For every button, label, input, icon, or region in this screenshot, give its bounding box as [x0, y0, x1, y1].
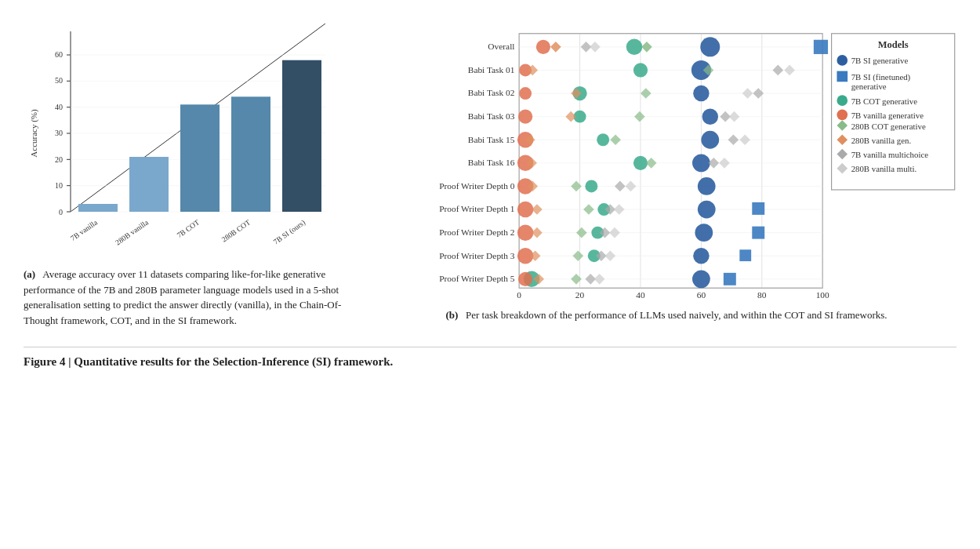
figure-a: 0 10 20 30 40 50: [24, 16, 353, 328]
svg-point-119: [698, 177, 716, 195]
svg-text:Babi Task 15: Babi Task 15: [468, 135, 515, 144]
svg-rect-77: [814, 40, 828, 54]
svg-marker-94: [565, 111, 576, 122]
svg-rect-151: [724, 273, 736, 285]
svg-point-150: [692, 270, 710, 288]
svg-marker-112: [719, 158, 730, 169]
figure-a-caption: (a) Average accuracy over 11 datasets co…: [24, 267, 353, 328]
svg-text:Babi Task 16: Babi Task 16: [468, 158, 515, 167]
svg-marker-111: [709, 158, 720, 169]
svg-text:0: 0: [59, 208, 63, 216]
svg-point-142: [693, 248, 709, 264]
svg-text:280B vanilla multi.: 280B vanilla multi.: [851, 164, 917, 173]
svg-text:20: 20: [55, 155, 63, 164]
svg-text:7B vanilla: 7B vanilla: [69, 218, 100, 242]
svg-text:7B COT: 7B COT: [176, 218, 201, 239]
svg-point-101: [597, 133, 609, 146]
svg-text:Babi Task 02: Babi Task 02: [468, 88, 515, 97]
svg-rect-26: [180, 104, 220, 212]
svg-marker-105: [739, 134, 750, 145]
figure-b-caption: (b) Per task breakdown of the performanc…: [376, 307, 956, 323]
svg-point-96: [702, 108, 718, 124]
svg-point-116: [585, 180, 597, 192]
figure-caption: Figure 4 | Quantitative results for the …: [24, 347, 956, 369]
svg-text:Proof Writer Depth 3: Proof Writer Depth 3: [439, 251, 515, 260]
svg-marker-71: [550, 42, 561, 53]
figure-a-text: Average accuracy over 11 datasets compar…: [24, 268, 341, 326]
svg-marker-83: [784, 65, 795, 76]
svg-text:7B vanilla multichoice: 7B vanilla multichoice: [851, 150, 929, 159]
svg-marker-84: [772, 65, 783, 76]
svg-rect-127: [752, 202, 764, 215]
svg-text:7B SI (ours): 7B SI (ours): [272, 218, 307, 246]
svg-point-85: [519, 87, 532, 100]
svg-point-126: [698, 201, 716, 219]
svg-text:Proof Writer Depth 5: Proof Writer Depth 5: [439, 274, 515, 283]
figure-b-label: (b): [445, 309, 458, 321]
svg-rect-28: [282, 60, 321, 212]
svg-point-134: [695, 224, 713, 242]
svg-marker-90: [742, 88, 753, 99]
svg-point-108: [633, 156, 648, 170]
svg-marker-118: [626, 181, 637, 192]
svg-rect-24: [78, 204, 118, 212]
svg-text:Babi Task 01: Babi Task 01: [468, 65, 515, 75]
svg-marker-122: [583, 204, 594, 215]
svg-rect-156: [837, 71, 848, 82]
svg-point-154: [837, 55, 848, 66]
svg-text:Babi Task 03: Babi Task 03: [468, 111, 515, 121]
svg-marker-129: [532, 227, 543, 238]
svg-rect-25: [129, 157, 169, 212]
svg-point-92: [518, 110, 532, 124]
figure-b: Overall Babi Task 01 Babi Task 02 Babi T…: [376, 16, 956, 323]
svg-point-76: [700, 37, 720, 56]
svg-point-161: [837, 110, 848, 121]
svg-point-120: [517, 202, 533, 217]
svg-marker-149: [594, 274, 605, 285]
svg-text:Proof Writer Depth 1: Proof Writer Depth 1: [439, 204, 514, 213]
svg-point-110: [692, 154, 710, 172]
svg-text:20: 20: [575, 290, 585, 300]
svg-text:10: 10: [55, 181, 63, 190]
svg-point-74: [626, 39, 642, 55]
svg-rect-135: [752, 227, 764, 239]
svg-text:Proof Writer Depth 2: Proof Writer Depth 2: [439, 227, 515, 237]
svg-marker-88: [641, 88, 652, 99]
scatter-chart-svg: Overall Babi Task 01 Babi Task 02 Babi T…: [376, 16, 956, 301]
svg-marker-125: [614, 204, 625, 215]
scatter-plot-container: Overall Babi Task 01 Babi Task 02 Babi T…: [376, 16, 956, 304]
svg-text:Proof Writer Depth 0: Proof Writer Depth 0: [439, 181, 515, 191]
svg-text:280B vanilla gen.: 280B vanilla gen.: [851, 136, 911, 145]
svg-marker-130: [576, 227, 587, 238]
svg-marker-104: [728, 134, 739, 145]
svg-text:280B COT generative: 280B COT generative: [851, 122, 926, 131]
svg-text:Models: Models: [878, 39, 909, 50]
svg-text:40: 40: [636, 290, 645, 300]
svg-marker-98: [729, 111, 740, 122]
svg-text:7B SI generative: 7B SI generative: [851, 56, 909, 65]
svg-marker-133: [609, 227, 620, 238]
figure-b-text: Per task breakdown of the performance of…: [466, 309, 887, 321]
svg-text:280B vanilla: 280B vanilla: [114, 218, 150, 247]
svg-point-70: [536, 40, 550, 54]
svg-text:100: 100: [816, 290, 829, 300]
svg-marker-117: [615, 181, 626, 192]
svg-point-89: [693, 85, 709, 101]
svg-text:40: 40: [55, 103, 63, 111]
svg-point-103: [701, 131, 719, 149]
svg-text:60: 60: [55, 50, 63, 59]
svg-rect-27: [231, 96, 270, 212]
svg-text:60: 60: [697, 290, 706, 300]
svg-text:7B COT generative: 7B COT generative: [851, 96, 918, 106]
svg-point-159: [837, 95, 848, 106]
svg-text:0: 0: [517, 290, 521, 300]
svg-text:Accuracy (%): Accuracy (%): [29, 109, 39, 158]
svg-marker-141: [604, 250, 615, 261]
svg-rect-143: [739, 249, 751, 261]
bar-chart-svg: 0 10 20 30 40 50: [24, 24, 345, 251]
svg-text:7B vanilla generative: 7B vanilla generative: [851, 111, 924, 120]
svg-marker-75: [641, 42, 652, 53]
svg-text:80: 80: [757, 290, 767, 300]
svg-text:280B COT: 280B COT: [220, 218, 252, 243]
svg-marker-95: [634, 111, 645, 122]
